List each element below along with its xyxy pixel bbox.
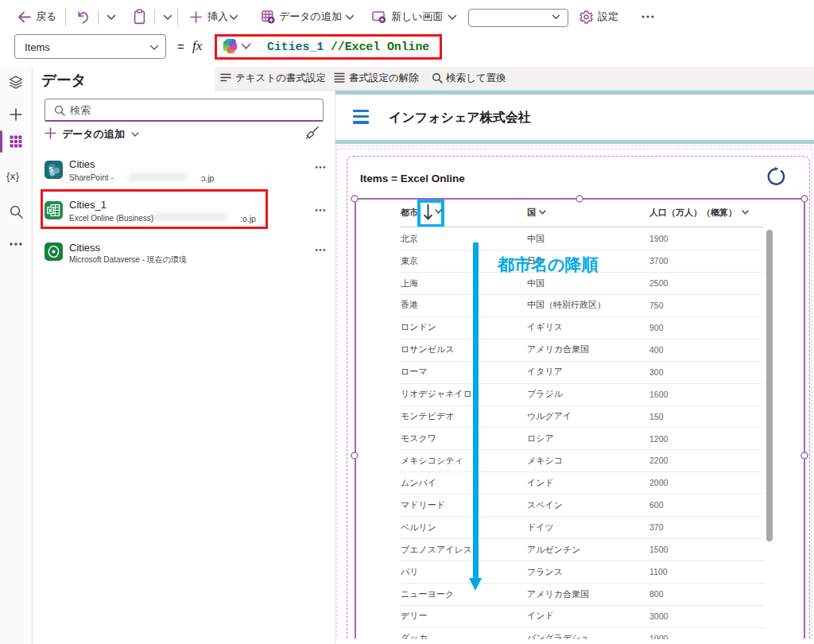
svg-text:s: s <box>48 164 53 173</box>
